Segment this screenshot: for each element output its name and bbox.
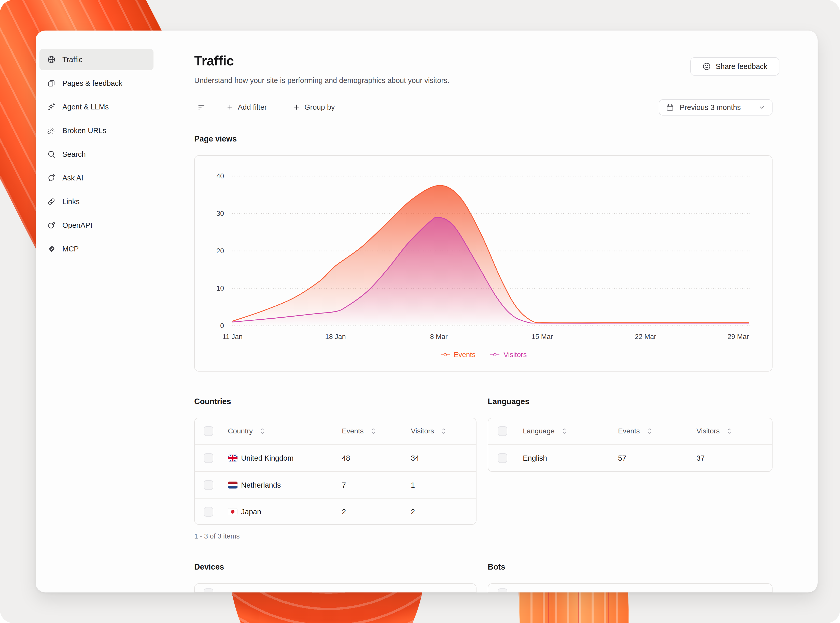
bots-table — [488, 583, 772, 592]
sidebar-item-openapi[interactable]: OpenAPI — [40, 215, 154, 236]
screenshot-root: Traffic Pages & feedback Agent & LLMs Br… — [0, 0, 840, 623]
sort-icon[interactable] — [647, 427, 653, 435]
flag-gb-icon — [228, 454, 238, 461]
sort-icon[interactable] — [441, 427, 447, 435]
share-feedback-button[interactable]: Share feedback — [690, 57, 779, 75]
table-row[interactable]: English5737 — [488, 445, 772, 471]
select-all-checkbox[interactable] — [498, 426, 507, 436]
table-row[interactable]: United Kingdom4834 — [195, 445, 476, 471]
legend-marker-events — [440, 353, 450, 357]
name-cell: Netherlands — [228, 481, 281, 489]
visitors-cell: 34 — [411, 454, 419, 462]
select-all-checkbox[interactable] — [204, 588, 213, 592]
page-views-chart-card: 01020304011 Jan18 Jan8 Mar15 Mar22 Mar29… — [194, 155, 772, 371]
name-cell: Japan — [228, 508, 261, 516]
flag-nl-icon — [228, 482, 238, 488]
search-icon — [47, 150, 56, 158]
legend-marker-visitors — [490, 353, 500, 357]
events-cell: 2 — [342, 508, 346, 516]
events-cell: 48 — [342, 454, 350, 462]
svg-text:11 Jan: 11 Jan — [223, 333, 243, 341]
row-checkbox[interactable] — [498, 453, 507, 463]
sort-icon[interactable] — [726, 427, 733, 435]
column-header-visitors: Visitors — [411, 427, 434, 435]
layers-icon — [47, 245, 56, 253]
svg-text:30: 30 — [217, 210, 224, 217]
sidebar-item-broken-urls[interactable]: Broken URLs — [40, 120, 154, 141]
filter-lines-icon — [197, 103, 206, 112]
svg-text:8 Mar: 8 Mar — [430, 333, 447, 341]
svg-text:22 Mar: 22 Mar — [635, 333, 656, 341]
page-views-heading: Page views — [194, 134, 237, 144]
countries-table: Country Events Visitors United Kingdom48… — [194, 417, 476, 525]
row-checkbox[interactable] — [204, 480, 213, 490]
svg-text:18 Jan: 18 Jan — [325, 333, 346, 341]
link-icon — [47, 197, 56, 206]
row-checkbox[interactable] — [204, 507, 213, 517]
languages-table-header: Language Events Visitors — [488, 418, 772, 445]
svg-text:20: 20 — [217, 247, 224, 255]
page-subtitle: Understand how your site is performing a… — [194, 76, 450, 85]
calendar-icon — [666, 103, 674, 112]
name-cell: English — [523, 454, 547, 462]
pages-icon — [47, 79, 56, 87]
plus-icon — [293, 103, 300, 111]
sidebar-item-links[interactable]: Links — [40, 191, 154, 212]
sidebar-item-label: Ask AI — [62, 174, 83, 182]
events-cell: 7 — [342, 481, 346, 489]
sidebar-item-label: Pages & feedback — [62, 79, 122, 87]
column-header-visitors: Visitors — [696, 427, 720, 435]
countries-heading: Countries — [194, 397, 231, 406]
sort-icon[interactable] — [370, 427, 376, 435]
languages-heading: Languages — [488, 397, 530, 406]
date-range-dropdown[interactable]: Previous 3 months — [659, 99, 772, 115]
sort-icon[interactable] — [260, 427, 266, 435]
legend-item-visitors[interactable]: Visitors — [490, 351, 527, 359]
broken-link-icon — [47, 126, 56, 135]
visitors-cell: 37 — [696, 454, 705, 462]
chevron-down-icon — [758, 104, 765, 111]
table-row[interactable]: Netherlands71 — [195, 471, 476, 498]
filter-button[interactable] — [197, 99, 206, 115]
svg-text:0: 0 — [220, 322, 224, 330]
sidebar-item-label: Search — [62, 150, 86, 158]
visitors-cell: 2 — [411, 508, 415, 516]
app-card: Traffic Pages & feedback Agent & LLMs Br… — [35, 31, 818, 592]
sidebar-item-pages-feedback[interactable]: Pages & feedback — [40, 72, 154, 94]
sparkles-icon — [47, 103, 56, 111]
legend-item-events[interactable]: Events — [440, 351, 476, 359]
page-views-chart[interactable]: 01020304011 Jan18 Jan8 Mar15 Mar22 Mar29… — [195, 156, 772, 371]
countries-table-header: Country Events Visitors — [195, 418, 476, 445]
select-all-checkbox[interactable] — [498, 588, 507, 592]
name-cell: United Kingdom — [228, 454, 293, 462]
table-row[interactable]: Japan22 — [195, 498, 476, 525]
svg-text:15 Mar: 15 Mar — [531, 333, 553, 341]
sort-icon[interactable] — [561, 427, 567, 435]
svg-text:29 Mar: 29 Mar — [728, 333, 749, 341]
column-header-language: Language — [523, 427, 554, 435]
events-cell: 57 — [618, 454, 626, 462]
select-all-checkbox[interactable] — [204, 426, 213, 436]
sidebar-item-label: Broken URLs — [62, 126, 106, 135]
page-background: Traffic Pages & feedback Agent & LLMs Br… — [0, 0, 840, 623]
group-by-button[interactable]: Group by — [293, 99, 335, 115]
share-feedback-label: Share feedback — [716, 62, 767, 71]
flag-jp-icon — [228, 508, 238, 515]
sidebar-item-search[interactable]: Search — [40, 144, 154, 165]
sidebar-item-mcp[interactable]: MCP — [40, 238, 154, 259]
legend-label: Visitors — [504, 351, 527, 359]
sidebar-item-agent-llms[interactable]: Agent & LLMs — [40, 96, 154, 118]
countries-table-body: United Kingdom4834Netherlands71Japan22 — [195, 445, 476, 525]
ask-ai-icon — [47, 173, 56, 182]
column-header-events: Events — [618, 427, 640, 435]
add-filter-button[interactable]: Add filter — [226, 99, 267, 115]
sidebar-item-traffic[interactable]: Traffic — [40, 49, 154, 70]
column-header-events: Events — [342, 427, 364, 435]
sidebar-item-label: OpenAPI — [62, 221, 92, 230]
plus-icon — [226, 103, 234, 111]
sidebar-item-ask-ai[interactable]: Ask AI — [40, 167, 154, 189]
languages-table-body: English5737 — [488, 445, 772, 471]
group-by-label: Group by — [304, 103, 335, 112]
row-checkbox[interactable] — [204, 453, 213, 463]
svg-text:10: 10 — [217, 284, 224, 292]
